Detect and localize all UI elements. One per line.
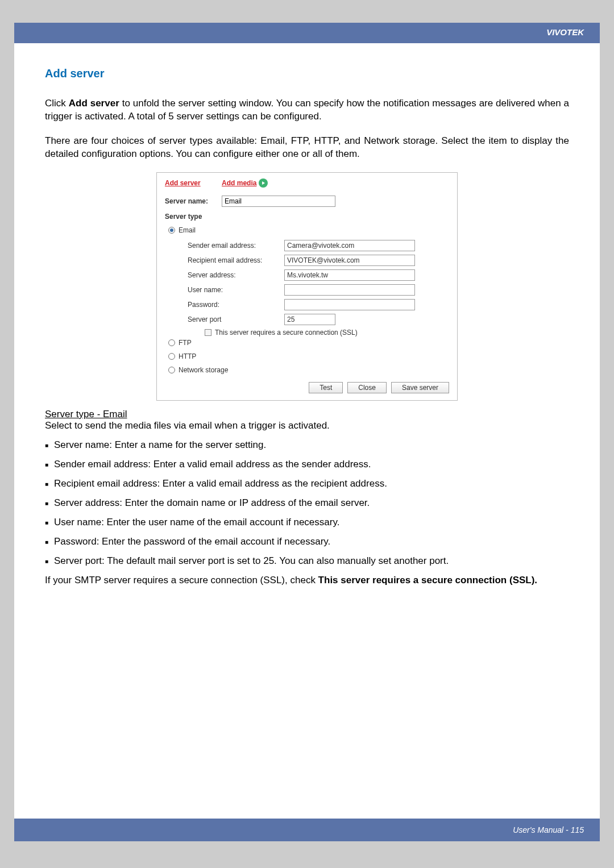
test-button[interactable]: Test	[309, 382, 343, 393]
server-type-heading: Server type	[165, 213, 449, 221]
radio-empty-icon	[168, 339, 175, 346]
add-server-dialog: Add server Add media Server name: Server…	[156, 172, 458, 401]
dialog-wrap: Add server Add media Server name: Server…	[45, 172, 569, 401]
port-input[interactable]	[284, 314, 335, 325]
server-name-row: Server name:	[165, 196, 449, 207]
intro-paragraph-2: There are four choices of server types a…	[45, 135, 569, 161]
bullet-list: Server name: Enter a name for the server…	[45, 439, 569, 567]
sender-label: Sender email address:	[188, 242, 284, 250]
user-input[interactable]	[284, 284, 415, 296]
checkbox-icon	[205, 329, 211, 336]
page-title: Add server	[45, 67, 569, 80]
header-band: VIVOTEK	[14, 23, 600, 43]
tab-add-server[interactable]: Add server	[165, 179, 201, 187]
radio-email[interactable]: Email	[168, 226, 449, 234]
content-area: Add server Click Add server to unfold th…	[14, 23, 600, 586]
list-item: Server name: Enter a name for the server…	[45, 439, 569, 451]
list-item: User name: Enter the user name of the em…	[45, 517, 569, 528]
close-button[interactable]: Close	[347, 382, 387, 393]
play-icon	[259, 178, 268, 188]
server-type-heading: Server type - Email	[45, 409, 569, 420]
intro-1-a: Click	[45, 98, 69, 109]
radio-empty-icon	[168, 353, 175, 360]
radio-ftp-label: FTP	[179, 339, 192, 347]
dialog-tabs: Add server Add media	[165, 178, 449, 188]
radio-http-label: HTTP	[179, 352, 196, 360]
pass-input[interactable]	[284, 299, 415, 310]
server-name-input[interactable]	[222, 196, 335, 207]
list-item: Server port: The default mail server por…	[45, 555, 569, 567]
ssl-label: This server requires a secure connection…	[215, 329, 358, 337]
ssl-note: If your SMTP server requires a secure co…	[45, 575, 569, 586]
ssl-row[interactable]: This server requires a secure connection…	[205, 329, 449, 337]
list-item: Recipient email address: Enter a valid e…	[45, 478, 569, 489]
recipient-label: Recipient email address:	[188, 256, 284, 264]
radio-email-label: Email	[179, 226, 196, 234]
pass-label: Password:	[188, 301, 284, 309]
list-item: Password: Enter the password of the emai…	[45, 536, 569, 547]
email-fields-group: Sender email address: Recipient email ad…	[188, 240, 449, 337]
footer-band: User's Manual - 115	[14, 819, 600, 841]
tab-add-media-label: Add media	[222, 179, 256, 187]
server-name-label: Server name:	[165, 197, 222, 205]
radio-ftp[interactable]: FTP	[168, 339, 449, 347]
radio-empty-icon	[168, 367, 175, 373]
tab-add-media[interactable]: Add media	[222, 178, 268, 188]
note-bold: This server requires a secure connection…	[318, 575, 537, 585]
radio-selected-icon	[168, 227, 175, 234]
user-label: User name:	[188, 286, 284, 294]
list-item: Sender email address: Enter a valid emai…	[45, 459, 569, 470]
recipient-input[interactable]	[284, 255, 415, 266]
intro-1-bold: Add server	[69, 98, 119, 109]
server-addr-input[interactable]	[284, 269, 415, 281]
radio-network-storage[interactable]: Network storage	[168, 366, 449, 374]
server-addr-label: Server address:	[188, 271, 284, 279]
server-type-desc: Select to send the media files via email…	[45, 420, 569, 431]
port-label: Server port	[188, 315, 284, 323]
button-row: Test Close Save server	[165, 382, 449, 393]
note-a: If your SMTP server requires a secure co…	[45, 575, 318, 585]
brand-text: VIVOTEK	[546, 27, 584, 37]
list-item: Server address: Enter the domain name or…	[45, 497, 569, 509]
save-server-button[interactable]: Save server	[391, 382, 449, 393]
page: VIVOTEK Add server Click Add server to u…	[14, 23, 600, 841]
radio-http[interactable]: HTTP	[168, 352, 449, 360]
sender-input[interactable]	[284, 240, 415, 251]
intro-paragraph-1: Click Add server to unfold the server se…	[45, 97, 569, 123]
intro-1-b: to unfold the server setting window. You…	[45, 98, 569, 122]
radio-ns-label: Network storage	[179, 366, 228, 374]
footer-text: User's Manual - 115	[513, 825, 584, 834]
